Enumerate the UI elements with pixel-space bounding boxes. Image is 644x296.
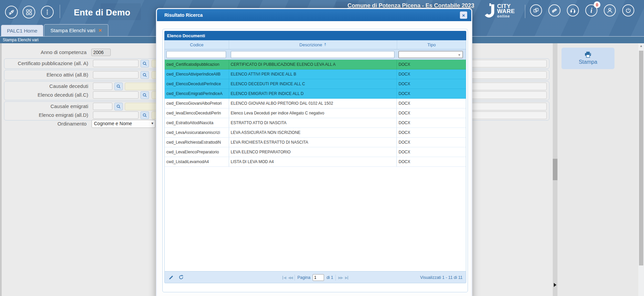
column-header-codice[interactable]: Codice xyxy=(165,40,229,49)
tipo-filter-select[interactable]: ⌄ xyxy=(398,51,463,58)
table-row[interactable]: cwd_ElencoDecedutiPerIndiceELENCO DECEDU… xyxy=(165,79,466,89)
ordinamento-label: Ordinamento xyxy=(3,120,87,128)
descrizione-filter-input[interactable] xyxy=(231,51,394,58)
cell-codice: cwd_LevaElencoPreparatorio xyxy=(165,147,229,157)
column-header-tipo[interactable]: Tipo xyxy=(397,40,466,49)
table-row[interactable]: cwd_ElencoEmigratiPerIndiceAELENCO EMIGR… xyxy=(165,89,466,99)
elenco-attivi-code-input[interactable] xyxy=(93,71,139,79)
anno-di-competenza-input[interactable] xyxy=(91,49,111,56)
tab-label: Stampa Elenchi vari xyxy=(50,28,95,33)
cityware-logo: CITY WARE online xyxy=(485,3,515,19)
cell-tipo: DOCX xyxy=(397,128,466,137)
table-row[interactable]: cwd_ListadiLevamodA4LISTA DI LEVA MOD A4… xyxy=(165,157,466,167)
certificato-search-button[interactable] xyxy=(141,60,149,67)
grid-caption: Elenco Documenti xyxy=(164,31,466,40)
cell-tipo: DOCX xyxy=(397,138,466,147)
search-icon xyxy=(143,61,147,66)
column-header-descrizione[interactable]: Descrizione ▲▼ xyxy=(229,40,397,49)
logo-line3: online xyxy=(497,14,515,19)
table-row[interactable]: cwd_ElencoAttiviperIndiceAllBELENCO ATTI… xyxy=(165,69,466,79)
elenco-emigrati-search-button[interactable] xyxy=(141,111,149,119)
scroll-up-icon[interactable]: ▲ xyxy=(638,44,644,48)
cell-tipo: DOCX xyxy=(397,60,466,69)
table-row[interactable]: cwd_LevaAssicuratanoniscriziLEVA ASSICUR… xyxy=(165,128,466,138)
windows-icon[interactable] xyxy=(530,4,542,16)
table-row[interactable]: cwd_CertificatodipubblicazionCERTIFICATO… xyxy=(165,60,466,69)
cell-descrizione: CERTIFICATO DI PUBBLICAZIONE ELENCO LEVA… xyxy=(229,60,397,69)
last-page-icon[interactable]: ▶ xyxy=(345,276,348,280)
prev-page-icon[interactable]: ◀◀ xyxy=(288,276,292,280)
table-row[interactable]: cwd_levaElencoDecedutiPerInElenco Leva D… xyxy=(165,108,466,118)
ordinamento-select[interactable]: Cognome e Nome ▾ xyxy=(92,120,155,128)
cell-codice: cwd_ElencoAttiviperIndiceAllB xyxy=(165,69,229,79)
cityware-logo-mark xyxy=(485,3,495,19)
close-icon[interactable]: × xyxy=(460,11,467,19)
cell-descrizione: ESTRATTO ATTO DI NASCITA xyxy=(229,118,397,128)
next-page-icon[interactable]: ▶▶ xyxy=(338,276,343,280)
certificato-code-input[interactable] xyxy=(93,60,139,67)
divider-handle[interactable] xyxy=(553,159,557,180)
cell-tipo: DOCX xyxy=(397,108,466,118)
search-icon xyxy=(143,93,147,97)
dialog-titlebar[interactable]: Risultato Ricerca × xyxy=(157,9,471,21)
tab-palc1-home[interactable]: PALC1 Home xyxy=(1,25,43,36)
search-icon xyxy=(116,104,121,109)
tab-stampa-elenchi-vari[interactable]: Stampa Elenchi vari × xyxy=(44,24,108,36)
grid-column-headers: Codice Descrizione ▲▼ Tipo xyxy=(164,40,466,49)
cell-codice: cwd_levaElencoDecedutiPerIn xyxy=(165,108,229,118)
breadcrumb-text: Stampa Elenchi vari xyxy=(3,38,39,42)
user-profile-icon[interactable] xyxy=(604,4,616,16)
page-number-input[interactable] xyxy=(313,274,324,281)
scrollbar-thumb[interactable] xyxy=(639,51,643,265)
cell-descrizione: LEVA ELENCO PREPARATORIO xyxy=(229,147,397,157)
grid-filter-row: ⌄ xyxy=(164,49,466,60)
column-label: Descrizione xyxy=(300,42,322,47)
elenco-deceduti-search-button[interactable] xyxy=(141,91,149,99)
panel-divider[interactable] xyxy=(553,43,557,296)
grid-container: Elenco Documenti Codice Descrizione ▲▼ T… xyxy=(162,29,468,292)
causale-deceduti-input[interactable] xyxy=(93,83,112,90)
chevron-down-icon: ▾ xyxy=(151,121,153,126)
cell-tipo: DOCX xyxy=(397,79,466,89)
table-row[interactable]: cwd_EstrattoAttodiNascitaESTRATTO ATTO D… xyxy=(165,118,466,128)
table-row[interactable]: cwd_ElencoGiovaniAlboPretoriELENCO GIOVA… xyxy=(165,99,466,108)
elenco-emigrati-code-input[interactable] xyxy=(93,111,139,119)
column-label: Codice xyxy=(190,42,203,47)
elenco-emigrati-label: Elenco emigrati (all.D) xyxy=(4,111,88,119)
cell-codice: cwd_Certificatodipubblicazion xyxy=(165,60,229,69)
table-row[interactable]: cwd_LevaRichiestaEstrattodiNLEVA RICHIES… xyxy=(165,138,466,147)
causale-emigrati-input[interactable] xyxy=(93,103,112,110)
refresh-icon[interactable] xyxy=(178,275,184,280)
chevron-down-icon: ⌄ xyxy=(458,52,461,56)
edit-pencil-icon[interactable] xyxy=(169,275,174,280)
header-separator xyxy=(525,5,525,18)
tab-close-icon[interactable]: × xyxy=(99,28,102,33)
cell-codice: cwd_ElencoGiovaniAlboPretori xyxy=(165,99,229,108)
risultato-ricerca-dialog: Risultato Ricerca × Elenco Documenti Cod… xyxy=(156,8,472,296)
search-icon xyxy=(116,84,121,89)
cell-codice: cwd_EstrattoAttodiNascita xyxy=(165,118,229,128)
left-edge-strip xyxy=(0,43,2,296)
cell-tipo: DOCX xyxy=(397,147,466,157)
sort-icon: ▲▼ xyxy=(324,43,327,47)
elenco-attivi-search-button[interactable] xyxy=(141,71,149,79)
printer-icon xyxy=(585,52,591,58)
table-row[interactable]: cwd_LevaElencoPreparatorioLEVA ELENCO PR… xyxy=(165,147,466,157)
vertical-scrollbar[interactable]: ▲ xyxy=(638,43,644,296)
power-icon[interactable] xyxy=(622,4,634,16)
column-label: Tipo xyxy=(427,42,436,47)
first-page-icon[interactable]: ◀ xyxy=(282,276,285,280)
stampa-label: Stampa xyxy=(579,59,597,65)
elenco-attivi-label: Elenco attivi (all.B) xyxy=(4,71,88,79)
stampa-button[interactable]: Stampa xyxy=(561,48,614,69)
manuals-book-icon[interactable] xyxy=(548,4,560,16)
elenco-deceduti-code-input[interactable] xyxy=(93,91,139,99)
notification-badge: 0 xyxy=(594,1,600,8)
causale-deceduti-search-button[interactable] xyxy=(114,83,123,90)
cell-descrizione: LISTA DI LEVA MOD A4 xyxy=(229,157,397,166)
cell-tipo: DOCX xyxy=(397,157,466,166)
cell-codice: cwd_LevaRichiestaEstrattodiN xyxy=(165,138,229,147)
support-headset-icon[interactable] xyxy=(567,4,579,16)
codice-filter-input[interactable] xyxy=(166,51,226,58)
causale-emigrati-search-button[interactable] xyxy=(114,103,123,110)
